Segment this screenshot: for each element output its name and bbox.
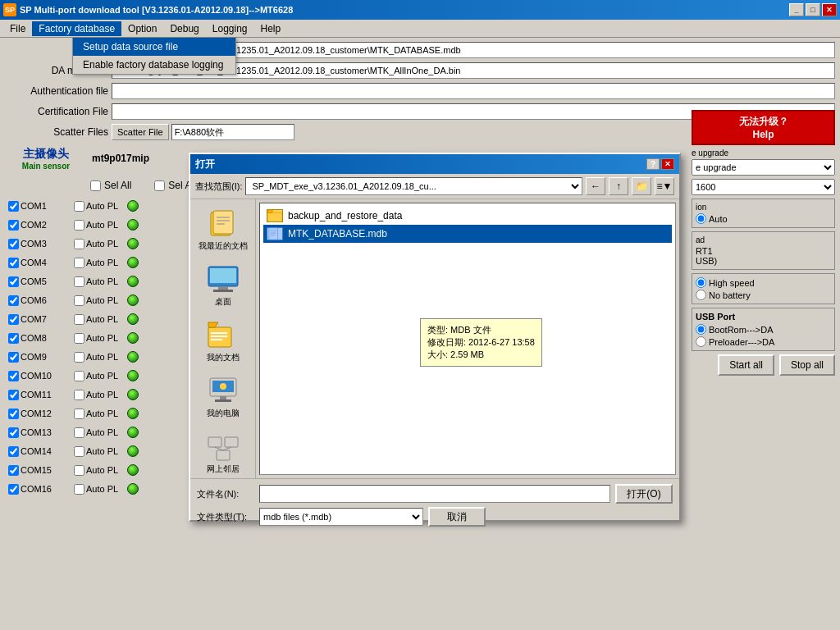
com-row-2: COM2 Auto PL (8, 216, 197, 234)
com1-status-dot (127, 200, 139, 212)
svg-marker-25 (267, 210, 273, 213)
dialog-help-button[interactable]: ? (646, 158, 660, 170)
bootrom-radio[interactable] (696, 324, 706, 335)
menu-file[interactable]: File (3, 21, 32, 36)
start-all-button[interactable]: Start all (718, 354, 774, 376)
right-panel: 无法升级？ Help e upgrade e upgrade 1600 ion … (692, 110, 835, 376)
upgrade-select-label: e upgrade (692, 148, 835, 158)
auth-row: Authentication file (5, 82, 835, 100)
sidebar-recent-docs[interactable]: 我最近的文档 (194, 206, 252, 255)
com16-checkbox[interactable] (8, 484, 19, 495)
svg-rect-24 (267, 212, 282, 221)
sidebar-desktop[interactable]: 桌面 (194, 262, 252, 311)
com-row-16: COM16 Auto PL (8, 480, 197, 498)
com13-auto-checkbox[interactable] (74, 427, 84, 438)
com4-auto-checkbox[interactable] (74, 258, 84, 268)
com3-auto-checkbox[interactable] (74, 239, 84, 249)
com10-auto-checkbox[interactable] (74, 371, 84, 381)
bottom-buttons: Start all Stop all (692, 354, 835, 376)
db-file-icon (267, 227, 283, 240)
high-speed-radio[interactable] (696, 277, 706, 288)
com8-checkbox[interactable] (8, 333, 19, 344)
com14-checkbox[interactable] (8, 446, 19, 457)
toolbar-up-button[interactable]: ↑ (609, 177, 628, 195)
sidebar-my-computer[interactable]: 我的电脑 (194, 373, 252, 422)
close-button[interactable]: ✕ (822, 3, 837, 16)
filename-input[interactable] (259, 485, 610, 503)
ion-section: ion Auto (692, 199, 835, 228)
com12-checkbox[interactable] (8, 409, 19, 419)
stop-all-button[interactable]: Stop all (779, 354, 835, 376)
com11-checkbox[interactable] (8, 390, 19, 400)
com1-auto-checkbox[interactable] (74, 201, 84, 212)
ion-label: ion (696, 203, 831, 212)
file-item-backup[interactable]: backup_and_restore_data (263, 207, 672, 225)
com7-auto-checkbox[interactable] (74, 314, 84, 325)
baud-select-section: 1600 (692, 179, 835, 195)
tooltip-date: 修改日期: 2012-6-27 13:58 (427, 336, 535, 349)
com9-checkbox[interactable] (8, 352, 19, 363)
no-battery-radio[interactable] (696, 290, 706, 300)
sel-all-checkbox-2[interactable] (154, 180, 165, 191)
scatter-input[interactable] (171, 124, 294, 140)
menu-option[interactable]: Option (121, 21, 163, 36)
file-item-mtkdb[interactable]: MTK_DATABASE.mdb (263, 225, 672, 243)
cancel-button[interactable]: 取消 (428, 507, 486, 527)
com2-checkbox[interactable] (8, 220, 19, 231)
com15-checkbox[interactable] (8, 465, 19, 476)
filetype-label: 文件类型(T): (197, 511, 254, 523)
com3-checkbox[interactable] (8, 239, 19, 249)
baud-select[interactable]: 1600 (692, 179, 835, 195)
com1-checkbox[interactable] (8, 201, 19, 212)
auth-input[interactable] (112, 83, 835, 99)
com5-auto-checkbox[interactable] (74, 276, 84, 287)
maximize-button[interactable]: □ (806, 3, 820, 16)
com12-auto-checkbox[interactable] (74, 409, 84, 419)
com2-auto-checkbox[interactable] (74, 220, 84, 231)
com7-checkbox[interactable] (8, 314, 19, 325)
filename-label: 文件名(N): (197, 488, 254, 500)
com15-auto-checkbox[interactable] (74, 465, 84, 476)
open-button[interactable]: 打开(O) (615, 484, 673, 504)
sel-all-checkbox-1[interactable] (90, 180, 101, 191)
com11-status-dot (127, 389, 139, 400)
sidebar-network[interactable]: 网上邻居 (194, 429, 252, 478)
sensor-value: mt9p017mip (92, 153, 149, 164)
dropdown-enable-logging[interactable]: Enable factory database logging (73, 56, 235, 74)
toolbar-new-folder-button[interactable]: 📁 (632, 177, 651, 195)
com8-auto-checkbox[interactable] (74, 333, 84, 344)
auto-radio[interactable] (696, 213, 706, 224)
com10-checkbox[interactable] (8, 371, 19, 381)
scatter-file-button[interactable]: Scatter File (112, 124, 169, 140)
com4-checkbox[interactable] (8, 258, 19, 268)
com9-auto-checkbox[interactable] (74, 352, 84, 363)
com5-checkbox[interactable] (8, 276, 19, 287)
menu-factory-database[interactable]: Factory database (32, 21, 121, 36)
com6-checkbox[interactable] (8, 295, 19, 306)
preloader-radio[interactable] (696, 336, 706, 347)
cert-label: Certification File (5, 106, 112, 117)
folder-icon (267, 209, 283, 222)
dropdown-setup-datasource[interactable]: Setup data source file (73, 38, 235, 56)
menu-logging[interactable]: Logging (206, 21, 254, 36)
com3-status-dot (127, 238, 139, 249)
com-row-15: COM15 Auto PL (8, 461, 197, 479)
sidebar-my-docs[interactable]: 我的文档 (194, 317, 252, 367)
toolbar-view-button[interactable]: ≡▼ (655, 177, 674, 195)
filetype-combo[interactable]: mdb files (*.mdb) (259, 508, 423, 526)
com14-auto-checkbox[interactable] (74, 446, 84, 457)
dialog-close-button[interactable]: ✕ (661, 158, 674, 170)
upgrade-select[interactable]: e upgrade (692, 159, 835, 176)
com6-auto-checkbox[interactable] (74, 295, 84, 306)
toolbar-path-combo[interactable]: SP_MDT_exe_v3.1236.01_A2012.09.18_cu... (245, 177, 582, 195)
com-row-7: COM7 Auto PL (8, 310, 197, 328)
menu-help[interactable]: Help (254, 21, 288, 36)
menu-debug[interactable]: Debug (163, 21, 205, 36)
minimize-button[interactable]: _ (789, 3, 804, 16)
toolbar-back-button[interactable]: ← (586, 177, 605, 195)
com11-auto-checkbox[interactable] (74, 390, 84, 400)
com16-auto-checkbox[interactable] (74, 484, 84, 495)
com5-status-dot (127, 276, 139, 287)
svg-rect-13 (211, 339, 222, 340)
com13-checkbox[interactable] (8, 427, 19, 438)
